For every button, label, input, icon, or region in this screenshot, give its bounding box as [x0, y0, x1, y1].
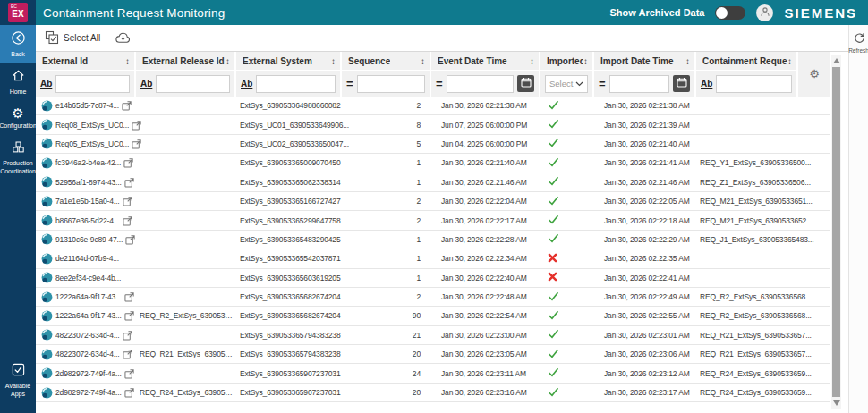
open-external-icon[interactable] [132, 120, 142, 131]
sort-icon[interactable]: ↕ [226, 56, 230, 66]
column-header-external_release_id[interactable]: External Release Id↕ [136, 52, 236, 70]
scrollbar-thumb[interactable] [832, 67, 840, 397]
sidebar-item-label: Home [10, 88, 27, 96]
text-filter-operator[interactable]: Ab [241, 79, 252, 88]
equals-filter-operator[interactable]: = [436, 77, 443, 90]
cell-import-date-time: Jan 30, 2026 02:21:41 AM [594, 158, 696, 167]
filter-input-sequence[interactable] [357, 75, 425, 93]
select-all-icon [45, 30, 59, 46]
equals-filter-operator[interactable]: = [599, 77, 606, 90]
user-avatar[interactable] [756, 4, 773, 21]
cell-external-id: 2d982972-749f-4a... [36, 367, 136, 379]
column-header-containment_request[interactable]: Containment Request...↕ [696, 52, 798, 70]
table-row[interactable]: fc3946a2-b4ea-42...ExtSys_63905336500907… [36, 154, 830, 173]
sort-icon[interactable]: ↕ [421, 56, 425, 66]
cell-import-date-time: Jan 30, 2026 02:22:41 AM [594, 274, 696, 282]
main-content: Select All External Id↕External Release … [36, 25, 848, 413]
cell-containment-request: REQ_Z1_ExtSys_63905336506... [696, 178, 798, 187]
calendar-button[interactable] [673, 75, 690, 92]
external-id-text: Req05_ExtSys_UC0... [55, 139, 129, 148]
select-all-button[interactable]: Select All [45, 30, 100, 46]
table-row[interactable]: 48223072-634d-4...REQ_R21_ExtSys_6390533… [36, 345, 830, 364]
filter-input-external_system[interactable] [256, 75, 336, 93]
show-archived-toggle[interactable] [715, 6, 745, 20]
filter-input-external_release_id[interactable] [156, 75, 230, 93]
column-header-imported[interactable]: Imported↕ [540, 52, 594, 70]
open-external-icon[interactable] [125, 234, 136, 245]
cell-external-system: ExtSys_639053365603619205 [236, 274, 342, 282]
table-row[interactable]: Req05_ExtSys_UC0...ExtSys_UC02_639053365… [36, 135, 830, 154]
sidebar-item-home[interactable]: Home [0, 63, 36, 100]
back-icon [11, 30, 26, 49]
scroll-up-arrow[interactable] [833, 58, 840, 63]
imported-check-icon [548, 176, 559, 188]
calendar-button[interactable] [517, 75, 534, 92]
sidebar-item-configuration[interactable]: ⚙ Configuration [0, 101, 36, 134]
filter-input-containment_request[interactable] [716, 75, 792, 93]
text-filter-operator[interactable]: Ab [701, 79, 712, 88]
open-external-icon[interactable] [123, 330, 133, 341]
table-row[interactable]: e14b65d5-7c87-4...ExtSys_639053364988660… [36, 97, 830, 115]
open-external-icon[interactable] [124, 291, 135, 302]
cell-imported [540, 291, 594, 303]
sort-icon[interactable]: ↕ [530, 56, 534, 66]
cell-containment-request: REQ_Y1_ExtSys_63905336500... [696, 158, 798, 167]
text-filter-operator[interactable]: Ab [140, 79, 152, 88]
text-filter-operator[interactable]: Ab [40, 79, 52, 88]
table-row[interactable]: 1222a64a-9f17-43...REQ_R2_ExtSys_6390533… [36, 307, 830, 325]
open-external-icon[interactable] [124, 177, 135, 188]
table-row[interactable]: de21164d-07b9-4...ExtSys_639053365542037… [36, 249, 830, 268]
open-external-icon[interactable] [123, 196, 133, 206]
column-header-event_date_time[interactable]: Event Date Time↕ [431, 52, 540, 70]
sidebar-item-available-apps[interactable]: Available Apps [0, 357, 36, 402]
open-external-icon[interactable] [123, 215, 133, 226]
table-row[interactable]: 7a1e1e5b-15a0-4...ExtSys_639053365166727… [36, 192, 830, 211]
column-header-external_system[interactable]: External System↕ [236, 52, 342, 70]
open-external-icon[interactable] [123, 157, 134, 168]
import-failed-icon [548, 272, 557, 283]
filter-input-import_date_time[interactable] [609, 75, 669, 93]
sort-icon[interactable]: ↕ [331, 56, 336, 66]
import-download-button[interactable] [115, 30, 132, 46]
open-external-icon[interactable] [123, 349, 133, 359]
table-row[interactable]: Req08_ExtSys_UC0...ExtSys_UC01_639053364… [36, 115, 830, 134]
table-row[interactable]: 91310c6e-9c89-47...ExtSys_63905336548329… [36, 231, 830, 249]
column-settings-gear-icon[interactable]: ⚙ [809, 67, 820, 81]
sort-icon[interactable]: ↕ [685, 56, 690, 66]
cell-containment-request: REQ_R24_ExtSys_6390533659... [696, 388, 798, 397]
home-icon [11, 68, 26, 87]
equals-filter-operator[interactable]: = [346, 77, 353, 90]
table-row[interactable]: 52956af1-8974-43...ExtSys_63905336506233… [36, 173, 830, 192]
column-header-sequence[interactable]: Sequence↕ [342, 52, 431, 70]
open-external-icon[interactable] [122, 100, 132, 111]
select-placeholder: Select [549, 79, 573, 88]
filter-select-imported[interactable]: Select [545, 75, 588, 93]
app-logo[interactable]: EC EX [0, 0, 36, 25]
table-row[interactable]: 2d982972-749f-4a...ExtSys_63905336590723… [36, 364, 830, 383]
table-row[interactable]: b8667e36-5d22-4...ExtSys_639053365299647… [36, 211, 830, 230]
sidebar-item-production-coordination[interactable]: Production Coordination [0, 134, 36, 180]
sort-icon[interactable]: ↕ [125, 56, 130, 66]
table-row[interactable]: 8ee2ef34-c9e4-4b...ExtSys_63905336560361… [36, 269, 830, 288]
table-row[interactable]: 1222a64a-9f17-43...ExtSys_63905336568267… [36, 288, 830, 307]
filter-input-external_id[interactable] [55, 75, 130, 93]
cell-event-date-time: Jan 30, 2026 02:22:34 AM [431, 254, 540, 263]
table-row[interactable]: 48223072-634d-4...ExtSys_639053365794383… [36, 326, 830, 345]
open-external-icon[interactable] [132, 139, 142, 149]
toolbar: Select All [36, 25, 848, 52]
sort-icon[interactable]: ↕ [787, 56, 792, 66]
vertical-scrollbar[interactable] [831, 55, 841, 409]
sort-icon[interactable]: ↕ [583, 56, 588, 66]
sidebar-item-back[interactable]: Back [0, 25, 36, 63]
filter-input-event_date_time[interactable] [447, 75, 514, 93]
column-header-external_id[interactable]: External Id↕ [36, 52, 136, 70]
table-row[interactable]: 2d982972-749f-4a...REQ_R24_ExtSys_639053… [36, 384, 830, 402]
scroll-down-arrow[interactable] [833, 400, 840, 406]
external-id-text: 2d982972-749f-4a... [55, 388, 122, 397]
column-header-import_date_time[interactable]: Import Date Time↕ [594, 52, 696, 70]
refresh-button[interactable]: Refresh [848, 31, 868, 54]
open-external-icon[interactable] [124, 387, 135, 398]
imported-check-icon [548, 196, 559, 207]
open-external-icon[interactable] [124, 310, 135, 321]
open-external-icon[interactable] [124, 368, 135, 379]
